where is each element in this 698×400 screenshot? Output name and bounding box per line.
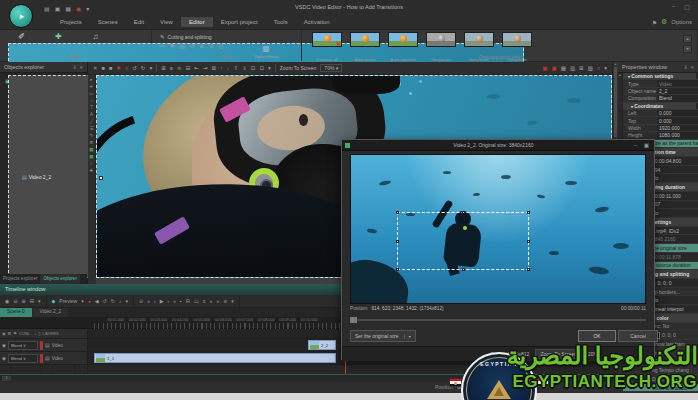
timeline-clip[interactable]: 1_1 [94, 353, 336, 363]
zoom-plus-icon[interactable]: ⊕ [199, 43, 204, 49]
pin-icon[interactable]: ⊼ [73, 65, 76, 70]
property-value[interactable]: 1080.000 [657, 132, 698, 138]
property-row[interactable]: Don't use audi [623, 375, 698, 384]
blend-mode-select[interactable]: Blend ∨ [8, 354, 38, 363]
property-row[interactable]: video and audio [623, 384, 698, 392]
play-icon[interactable]: ▶ [160, 298, 164, 304]
quick-style-button[interactable]: Auto contrast [386, 32, 420, 65]
menu-item[interactable]: Projects [52, 17, 90, 27]
mask-icon[interactable]: ▧ [588, 65, 593, 71]
align-left-icon[interactable]: ≡ [170, 65, 173, 71]
refresh-icon[interactable]: ↻ [111, 298, 115, 304]
notifications-icon[interactable]: ⚑ [652, 19, 657, 26]
property-row[interactable]: TypeVideo [623, 80, 698, 87]
subtitle-tool-icon[interactable]: A [90, 113, 93, 118]
selection-handle[interactable] [527, 211, 530, 214]
record-icon[interactable]: ◉ [5, 298, 9, 304]
cancel-button[interactable]: Cancel [618, 330, 658, 342]
menu-item[interactable]: View [152, 17, 181, 27]
send-back-icon[interactable]: ⇓ [242, 65, 247, 71]
step-forward-icon[interactable]: › [168, 298, 170, 304]
ok-button[interactable]: OK [578, 330, 616, 342]
diamond-icon[interactable]: ◆ [52, 298, 56, 304]
more-arrow-icon[interactable]: ▾ [231, 298, 234, 304]
red-frame2-icon[interactable]: ▣ [551, 65, 556, 71]
property-value[interactable]: 0.000 [657, 110, 698, 116]
delete-icon[interactable]: ✖ [116, 65, 121, 71]
wave-icon[interactable]: ≋ [223, 298, 227, 304]
mic-icon[interactable]: ▯ [38, 331, 40, 336]
dialog-seek-slider[interactable] [350, 317, 646, 323]
preview-label[interactable]: Preview [59, 298, 77, 304]
cut-icon[interactable]: ✕ [93, 65, 98, 71]
audio-icon[interactable]: ♪ [119, 298, 122, 304]
quick-style-button[interactable]: Greyscale [462, 32, 496, 65]
text-tool-icon[interactable]: T [90, 106, 93, 111]
options-button[interactable]: Options [671, 19, 692, 25]
selection-handle[interactable] [462, 211, 465, 214]
pin-icon[interactable]: ⊼ [684, 65, 687, 70]
flag-icon[interactable]: ⚑ [13, 331, 17, 336]
property-row[interactable]: Common settings [623, 73, 698, 80]
marker-icon[interactable]: ⚑ [170, 43, 175, 49]
zoom-out-icon[interactable]: ⊖ [13, 298, 17, 304]
more-arrow-icon[interactable]: ▾ [149, 65, 152, 71]
rotate-icon[interactable]: ↺ [190, 43, 195, 49]
property-row[interactable]: Composition modeBlend [623, 95, 698, 102]
draw-tool-icon[interactable]: ✎ [90, 134, 94, 139]
expand-icon[interactable]: ⊞ [579, 65, 584, 71]
menu-item[interactable]: Scenes [90, 17, 126, 27]
move-up-icon[interactable]: ↑ [220, 65, 223, 71]
maximize-icon[interactable]: ▢ [684, 3, 690, 10]
crop-icon[interactable]: ⊘ [209, 43, 214, 49]
split-icon[interactable]: ▤ [180, 43, 185, 49]
minimize-icon[interactable]: – [672, 3, 675, 10]
tone-tool-icon[interactable]: ▦ [89, 148, 93, 153]
stop-icon[interactable]: ▪ [180, 298, 182, 304]
property-value[interactable]: 1920.000 [657, 125, 698, 131]
quick-style-button[interactable]: Greyscale [424, 32, 458, 65]
loop-icon[interactable]: ↺ [103, 298, 107, 304]
more-arrow-icon[interactable]: ▾ [268, 65, 271, 71]
com-label[interactable]: COM... [19, 331, 32, 336]
select-tool-icon[interactable]: ▸ [90, 78, 92, 83]
align-bottom-icon[interactable]: ⊟ [186, 65, 191, 71]
tone2-tool-icon[interactable]: ▦ [89, 155, 93, 160]
bring-front-icon[interactable]: ⇑ [234, 65, 239, 71]
circle2-icon[interactable]: ○ [597, 65, 600, 71]
quick-style-button[interactable]: Auto levels [348, 32, 382, 65]
timeline-tab[interactable]: Video 2_2 [33, 308, 69, 317]
eye-icon[interactable]: ◉ [2, 331, 6, 336]
selection-handle[interactable] [396, 211, 399, 214]
property-row[interactable]: Coordinates [623, 103, 698, 110]
timeline-clip[interactable]: 2_2 [308, 340, 336, 350]
move-tool-icon[interactable]: ✛ [90, 85, 94, 90]
property-value[interactable]: 0.000 [657, 117, 698, 123]
menu-item[interactable]: Editor [181, 17, 213, 27]
cutting-splitting-button[interactable]: ✎Cutting and splitting [160, 34, 301, 40]
property-row[interactable]: Width1920.000 [623, 125, 698, 132]
split-icon[interactable]: ⊟ [186, 298, 190, 304]
selection-handle[interactable] [527, 268, 530, 271]
selection-handle[interactable] [396, 240, 399, 243]
set-original-size-button[interactable]: Set the original size▾ [350, 330, 416, 342]
dialog-video-preview[interactable] [350, 154, 646, 304]
dropdown-icon[interactable]: ▾ [81, 298, 84, 304]
mark-out-icon[interactable]: » [216, 298, 219, 304]
app-logo-icon[interactable]: ▸ [9, 4, 33, 28]
crop-selection-rect[interactable] [397, 212, 529, 270]
to-end-icon[interactable]: » [173, 298, 176, 304]
speaker-icon[interactable]: ♪ [34, 331, 36, 336]
snap-tool-icon[interactable]: ⊹ [90, 162, 94, 167]
selection-handle[interactable] [527, 240, 530, 243]
more-arrow-icon[interactable]: ▾ [125, 298, 128, 304]
scroll-up-icon[interactable]: ▲ [618, 73, 621, 77]
close-icon[interactable]: ✕ [79, 65, 83, 70]
fit-icon[interactable]: ⊞ [30, 298, 34, 304]
redo-icon[interactable]: ↻ [141, 65, 146, 71]
move-down-icon[interactable]: ↓ [227, 65, 230, 71]
zoom-to-screen-button[interactable]: Zoom To Screen [280, 65, 317, 71]
copy-icon[interactable]: ⊡ [251, 65, 256, 71]
spin-down-icon[interactable]: ▾ [683, 45, 692, 53]
clock-icon[interactable]: ⊙ [139, 298, 143, 304]
